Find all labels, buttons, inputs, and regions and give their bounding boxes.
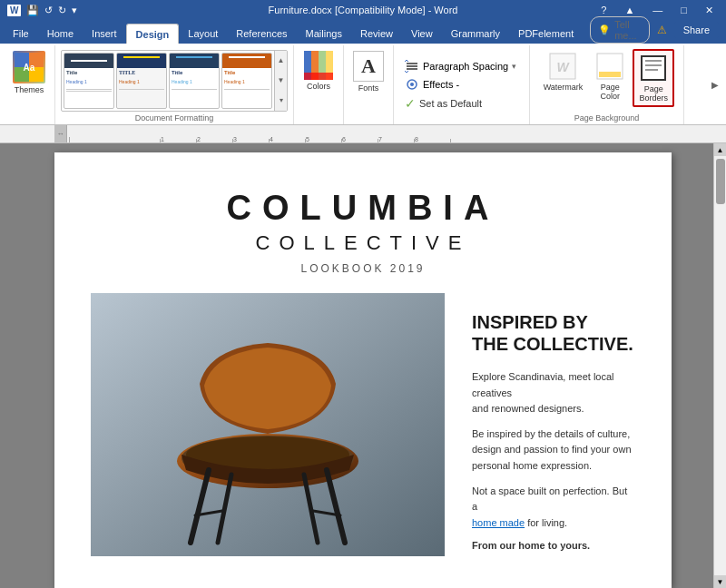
svg-rect-23	[645, 69, 658, 71]
svg-rect-20	[642, 56, 665, 80]
page-borders-button[interactable]: PageBorders	[633, 49, 674, 107]
paragraph-spacing-button[interactable]: Paragraph Spacing ▾	[401, 58, 520, 74]
two-col-section: INSPIRED BY THE COLLECTIVE. Explore Scan…	[91, 293, 635, 556]
themes-group: Aa Themes	[4, 45, 55, 124]
save-quick-btn[interactable]: 💾	[26, 5, 39, 16]
theme-item-3[interactable]: Title Heading 1	[169, 53, 220, 109]
undo-quick-btn[interactable]: ↺	[44, 5, 53, 16]
ribbon-scroll-right[interactable]: ▶	[711, 45, 722, 124]
tab-home[interactable]: Home	[38, 24, 83, 44]
svg-point-15	[410, 83, 414, 86]
theme-item-4[interactable]: Title Heading 1	[221, 53, 272, 109]
minimize-btn[interactable]: —	[647, 5, 668, 16]
page-background-buttons: W Watermark PageColor	[539, 45, 675, 112]
document-page: COLUMBIA COLLECTIVE LOOKBOOK 2019	[54, 152, 672, 588]
themes-button[interactable]: Aa Themes	[9, 49, 49, 96]
theme-item-default[interactable]: Title Heading 1	[64, 53, 114, 109]
colors-icon	[304, 51, 333, 80]
watermark-icon-container: W	[548, 52, 577, 81]
tab-references[interactable]: References	[227, 24, 296, 44]
tab-design[interactable]: Design	[126, 24, 180, 44]
inspired-body-1: Explore Scandinavia, meet local creative…	[472, 369, 635, 417]
scroll-thumb[interactable]	[716, 159, 725, 204]
inspired-title: INSPIRED BY THE COLLECTIVE.	[472, 311, 635, 355]
svg-rect-22	[645, 64, 662, 66]
title-bar-left: W 💾 ↺ ↻ ▾	[7, 5, 77, 16]
tell-me-box[interactable]: 💡 Tell me...	[590, 16, 649, 44]
set-as-default-button[interactable]: ✓ Set as Default	[401, 94, 486, 113]
scroll-expand-icon[interactable]: ▾	[280, 97, 283, 104]
set-as-default-label: Set as Default	[419, 98, 482, 109]
tab-pdfelement[interactable]: PDFelement	[509, 24, 583, 44]
inspired-title-line2: THE COLLECTIVE.	[472, 334, 633, 354]
svg-text:Aa: Aa	[24, 63, 35, 73]
effects-icon	[405, 78, 419, 91]
page-color-icon	[595, 52, 624, 81]
page-bg-group-label: Page Background	[574, 112, 640, 124]
scroll-up-icon[interactable]: ▲	[278, 57, 285, 64]
scroll-down-icon[interactable]: ▼	[278, 77, 285, 84]
fonts-label: Fonts	[358, 83, 379, 93]
app-title: Furniture.docx [Compatibility Mode] - Wo…	[269, 5, 458, 15]
tab-insert[interactable]: Insert	[83, 24, 126, 44]
themes-svg: Aa	[15, 53, 44, 82]
doc-formatting-label: Document Formatting	[135, 112, 214, 124]
effects-button[interactable]: Effects -	[401, 76, 463, 93]
scroll-down-button[interactable]: ▼	[714, 575, 726, 588]
columbia-title: COLUMBIA	[91, 189, 635, 228]
gallery-scroll[interactable]: ▲ ▼ ▾	[274, 51, 287, 111]
theme-item-2[interactable]: TITLE Heading 1	[116, 53, 167, 109]
paragraph-effects-group: Paragraph Spacing ▾ Effects - ✓ Set as D…	[394, 45, 530, 124]
page-color-button[interactable]: PageColor	[591, 49, 629, 103]
help-btn[interactable]: ?	[595, 5, 612, 16]
fonts-group: A Fonts	[344, 45, 394, 124]
theme-gallery: Title Heading 1 TITLE Heading 1	[61, 50, 288, 112]
watermark-button[interactable]: W Watermark	[539, 49, 588, 94]
ribbon-tabs: File Home Insert Design Layout Reference…	[0, 20, 726, 44]
inspired-title-line1: INSPIRED BY	[472, 312, 588, 332]
title-bar-right: ? ▲ — □ ✕	[595, 5, 719, 16]
home-made-link[interactable]: home made	[472, 517, 525, 528]
page-borders-label: PageBorders	[640, 84, 669, 103]
fonts-icon: A	[353, 51, 384, 82]
from-home-text: From our home to yours.	[472, 540, 635, 551]
tab-view[interactable]: View	[402, 24, 442, 44]
paragraph-spacing-icon	[405, 60, 419, 73]
tab-review[interactable]: Review	[351, 24, 402, 44]
scroll-up-button[interactable]: ▲	[714, 143, 726, 156]
page-color-icon-container	[595, 52, 624, 81]
colors-group: Colors	[294, 45, 344, 124]
inspired-body-2: Be inspired by the details of culture, d…	[472, 426, 635, 475]
colors-label: Colors	[307, 82, 330, 91]
redo-quick-btn[interactable]: ↻	[58, 5, 66, 16]
ribbon-toggle-btn[interactable]: ▲	[619, 5, 640, 16]
close-btn[interactable]: ✕	[700, 5, 719, 16]
title-section: COLUMBIA COLLECTIVE LOOKBOOK 2019	[91, 171, 635, 284]
tab-layout[interactable]: Layout	[179, 24, 227, 44]
document-formatting-group: Title Heading 1 TITLE Heading 1	[55, 45, 294, 124]
watermark-label: Watermark	[544, 83, 584, 92]
tab-mailings[interactable]: Mailings	[297, 24, 351, 44]
svg-text:W: W	[557, 60, 571, 74]
tab-grammarly[interactable]: Grammarly	[442, 24, 509, 44]
share-button[interactable]: Share	[674, 22, 719, 38]
svg-rect-21	[645, 60, 662, 62]
chair-svg	[91, 293, 445, 556]
tab-file[interactable]: File	[4, 24, 38, 44]
vertical-scrollbar[interactable]: ▲ ▼	[713, 143, 726, 588]
page-borders-icon	[639, 54, 668, 83]
effects-label: Effects -	[423, 79, 459, 90]
paragraph-spacing-arrow: ▾	[512, 62, 516, 71]
svg-rect-10	[304, 73, 333, 80]
checkmark-icon: ✓	[405, 96, 416, 111]
text-column: INSPIRED BY THE COLLECTIVE. Explore Scan…	[463, 293, 635, 556]
maximize-btn[interactable]: □	[675, 5, 692, 16]
customize-quick-btn[interactable]: ▾	[72, 5, 77, 16]
paragraph-spacing-label: Paragraph Spacing	[423, 61, 508, 72]
page-content: COLUMBIA COLLECTIVE LOOKBOOK 2019	[54, 152, 672, 574]
page-background-group: W Watermark PageColor	[530, 45, 684, 124]
document-area: COLUMBIA COLLECTIVE LOOKBOOK 2019	[0, 143, 726, 588]
colors-button[interactable]: Colors	[300, 49, 337, 93]
page-color-label: PageColor	[601, 83, 621, 101]
fonts-button[interactable]: A Fonts	[349, 49, 388, 94]
